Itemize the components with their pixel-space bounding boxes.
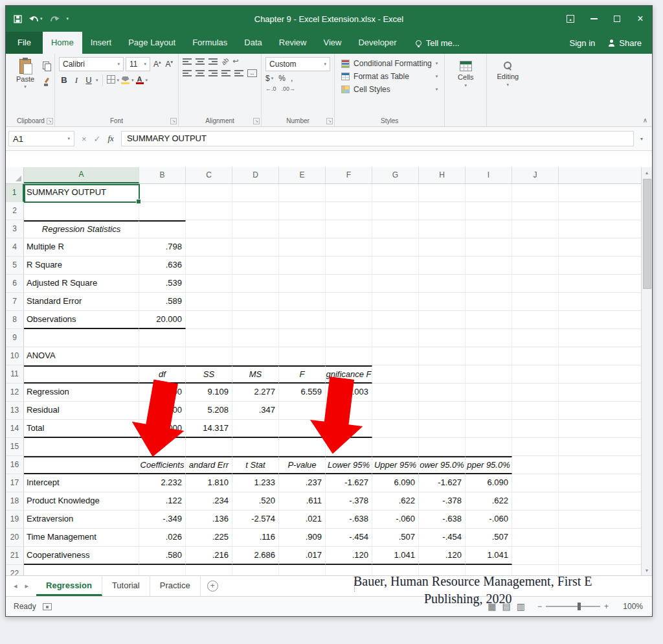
cell-G8[interactable] <box>372 311 419 329</box>
cell-I3[interactable] <box>466 220 512 238</box>
ribbon-tab-home[interactable]: Home <box>43 32 82 54</box>
column-header-J[interactable]: J <box>512 167 559 183</box>
cell-F9[interactable] <box>326 329 372 347</box>
align-center-button[interactable] <box>196 70 205 76</box>
italic-button[interactable]: I <box>71 74 82 86</box>
ribbon-tab-file[interactable]: File <box>6 32 43 54</box>
cell-D5[interactable] <box>232 257 279 275</box>
select-all-corner[interactable] <box>6 167 24 183</box>
cell-F19[interactable]: -.638 <box>326 511 372 529</box>
cell-G6[interactable] <box>372 275 419 293</box>
row-header-18[interactable]: 18 <box>6 492 24 511</box>
cell-B7[interactable]: .589 <box>139 293 186 311</box>
cell-D9[interactable] <box>232 329 279 347</box>
cell-B22[interactable] <box>139 565 186 575</box>
cell-G9[interactable] <box>372 329 419 347</box>
cell-J21[interactable] <box>512 547 559 565</box>
cell-G2[interactable] <box>372 202 419 220</box>
cell-I17[interactable]: 6.090 <box>466 474 512 492</box>
cell-J1[interactable] <box>512 184 559 202</box>
cell-C22[interactable] <box>186 565 232 575</box>
wrap-text-button[interactable]: ↩ <box>232 57 238 65</box>
cell-E16[interactable]: P-value <box>279 456 326 474</box>
cell-E1[interactable] <box>279 184 326 202</box>
collapse-ribbon-button[interactable]: ∧ <box>643 117 647 124</box>
cell-A12[interactable]: Regression <box>24 384 139 402</box>
cell-J10[interactable] <box>512 347 559 365</box>
cell-C16[interactable]: andard Err <box>186 456 232 474</box>
cell-I15[interactable] <box>466 438 512 456</box>
cell-D11[interactable]: MS <box>232 365 279 384</box>
zoom-slider[interactable] <box>546 606 600 607</box>
cell-D18[interactable]: .520 <box>232 492 279 511</box>
align-right-button[interactable] <box>208 70 218 76</box>
ribbon-tab-insert[interactable]: Insert <box>82 32 120 54</box>
column-header-E[interactable]: E <box>279 167 326 183</box>
cell-H15[interactable] <box>419 438 466 456</box>
editing-button[interactable]: Editing ▾ <box>491 57 524 87</box>
close-button[interactable]: × <box>629 6 652 32</box>
cell-E8[interactable] <box>279 311 326 329</box>
cell-A14[interactable]: Total <box>24 420 139 438</box>
copy-button[interactable] <box>43 61 51 73</box>
cell-I8[interactable] <box>466 311 512 329</box>
cell-D6[interactable] <box>232 275 279 293</box>
cell-G18[interactable]: .622 <box>372 492 419 511</box>
cell-F10[interactable] <box>326 347 372 365</box>
cell-H10[interactable] <box>419 347 466 365</box>
cell-B6[interactable]: .539 <box>139 275 186 293</box>
cell-G12[interactable] <box>372 384 419 402</box>
cell-A15[interactable] <box>24 438 139 456</box>
cell-E4[interactable] <box>279 238 326 257</box>
cell-B18[interactable]: .122 <box>139 492 186 511</box>
cell-H19[interactable]: -.638 <box>419 511 466 529</box>
cell-A5[interactable]: R Square <box>24 257 139 275</box>
clipboard-dialog-launcher[interactable]: ↘ <box>47 118 53 124</box>
cell-G1[interactable] <box>372 184 419 202</box>
cell-H12[interactable] <box>419 384 466 402</box>
fill-color-button[interactable] <box>121 76 129 84</box>
cell-A21[interactable]: Cooperativeness <box>24 547 139 565</box>
sign-in-button[interactable]: Sign in <box>570 38 596 48</box>
cell-A6[interactable]: Adjusted R Square <box>24 275 139 293</box>
cell-G11[interactable] <box>372 365 419 384</box>
cell-B2[interactable] <box>139 202 186 220</box>
align-bottom-button[interactable] <box>208 58 218 65</box>
cell-C4[interactable] <box>186 238 232 257</box>
cell-G16[interactable]: Upper 95% <box>372 456 419 474</box>
cell-H2[interactable] <box>419 202 466 220</box>
cell-C11[interactable]: SS <box>186 365 232 384</box>
bold-button[interactable]: B <box>59 74 69 86</box>
scroll-down-icon[interactable]: ▼ <box>642 565 652 575</box>
cell-I16[interactable]: pper 95.0% <box>466 456 512 474</box>
align-middle-button[interactable] <box>196 58 205 65</box>
new-sheet-button[interactable]: + <box>207 581 218 592</box>
row-header-15[interactable]: 15 <box>6 438 24 456</box>
cell-D22[interactable] <box>232 565 279 575</box>
cell-H9[interactable] <box>419 329 466 347</box>
cell-E19[interactable]: .021 <box>279 511 326 529</box>
column-header-H[interactable]: H <box>419 167 466 183</box>
decrease-font-button[interactable]: A▾ <box>164 60 175 69</box>
ribbon-tab-data[interactable]: Data <box>236 32 270 54</box>
cell-H18[interactable]: -.378 <box>419 492 466 511</box>
row-header-3[interactable]: 3 <box>6 220 24 238</box>
cell-I12[interactable] <box>466 384 512 402</box>
cell-J14[interactable] <box>512 420 559 438</box>
paste-dropdown-icon[interactable]: ▾ <box>24 84 27 89</box>
cell-C21[interactable]: .216 <box>186 547 232 565</box>
cell-I5[interactable] <box>466 257 512 275</box>
cell-C17[interactable]: 1.810 <box>186 474 232 492</box>
cell-A8[interactable]: Observations <box>24 311 139 329</box>
align-top-button[interactable] <box>183 58 192 65</box>
cell-G19[interactable]: -.060 <box>372 511 419 529</box>
sheet-nav-left-icon[interactable]: ◂ <box>14 582 17 590</box>
cell-B21[interactable]: .580 <box>139 547 186 565</box>
cell-H7[interactable] <box>419 293 466 311</box>
scrollbar-thumb[interactable] <box>643 179 651 289</box>
cell-J13[interactable] <box>512 402 559 420</box>
column-header-I[interactable]: I <box>466 167 512 183</box>
cell-B17[interactable]: 2.232 <box>139 474 186 492</box>
cell-D17[interactable]: 1.233 <box>232 474 279 492</box>
ribbon-display-options-button[interactable]: ▴ <box>559 6 582 32</box>
